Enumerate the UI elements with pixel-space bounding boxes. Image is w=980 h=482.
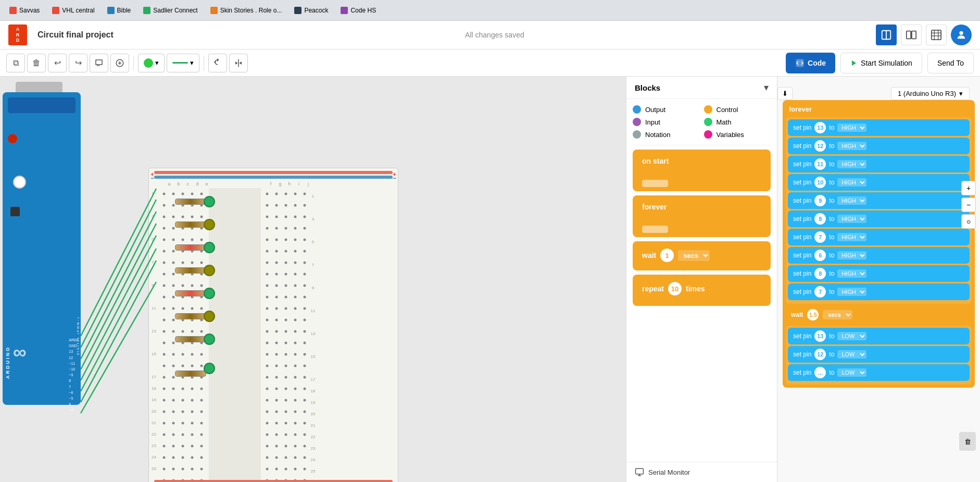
tab-codehs[interactable]: Code HS [335,5,381,16]
circuit-canvas[interactable]: ∞ ARDUINO AREFGND1312~11~10~987~6~54~3 D… [0,77,626,482]
pin-to-9: to [829,288,834,295]
delete-btn[interactable]: 🗑 [27,54,46,72]
pin-set-label-9: set pin [793,288,811,295]
pin-state-select-2[interactable]: HIGHLOW [837,160,866,168]
pin-state-select-7[interactable]: HIGHLOW [837,251,866,259]
pin-row-7-high: set pin 7 to HIGHLOW [788,229,970,245]
tab-vhl[interactable]: VHL central [47,5,99,16]
pin-state-select-5[interactable]: HIGHLOW [837,215,866,223]
category-input[interactable]: Input [633,118,700,126]
svg-marker-16 [235,61,238,65]
category-math[interactable]: Math [704,118,771,126]
tab-skin-stories[interactable]: Skin Stories . Role o... [205,5,287,16]
tab-peacock[interactable]: Peacock [289,5,333,16]
category-notation[interactable]: Notation [633,130,700,139]
svg-text:21: 21 [311,423,316,428]
undo-btn[interactable]: ↩ [48,54,67,72]
code-btn[interactable]: Code [786,53,835,73]
device-select-btn[interactable]: 1 (Arduino Uno R3) ▾ [891,87,970,100]
category-math-label: Math [717,118,732,126]
input-dot [633,118,641,126]
category-variables[interactable]: Variables [704,130,771,139]
header-right [876,24,972,45]
svg-text:1: 1 [312,194,315,199]
line-style-btn[interactable]: ▾ [167,54,199,72]
view-circuit-btn[interactable] [876,24,897,45]
color-preview [144,58,153,68]
view-table-btn[interactable] [926,24,947,45]
device-label: 1 (Arduino Uno R3) [898,90,956,97]
blocks-dropdown-btn[interactable]: ▾ [764,82,769,93]
zoom-in-btn[interactable]: + [961,181,976,195]
led-3 [204,242,215,253]
pin-state-select-1[interactable]: HIGHLOW [837,142,866,150]
send-to-btn[interactable]: Send To [927,53,974,73]
tab-sadlier[interactable]: Sadlier Connect [138,5,203,16]
block-forever[interactable]: forever [633,195,771,237]
zoom-out-btn[interactable]: − [961,197,976,212]
download-btn[interactable]: ⬇ [777,87,793,100]
pin-state-select-8[interactable]: HIGHLOW [837,269,866,278]
block-on-start[interactable]: on start [633,150,771,191]
svg-text:19: 19 [311,400,316,405]
redo-btn[interactable]: ↪ [69,54,87,72]
pin-state-low-1[interactable]: LOWHIGH [837,350,866,359]
comment-btn[interactable] [90,54,108,72]
category-output[interactable]: Output [633,105,700,114]
arduino-led [8,134,17,143]
led-6 [204,311,215,322]
svg-line-45 [81,236,156,380]
category-control[interactable]: Control [704,105,771,114]
pin-state-select-0[interactable]: HIGHLOW [837,123,866,132]
blocks-header: Blocks ▾ [626,77,777,99]
breadboard-dots-svg: 1 3 5 7 9 11 13 15 17 18 19 20 21 22 23 … [159,188,388,480]
svg-text:7: 7 [312,263,315,267]
pin-state-low-0[interactable]: LOWHIGH [837,332,866,340]
pin-to-7: to [829,252,834,259]
svg-text:22: 22 [311,435,316,439]
user-avatar[interactable] [951,24,972,45]
resistor-3 [175,244,206,251]
block-wait[interactable]: wait 1 secs ms [633,241,771,270]
svg-line-48 [81,282,156,413]
breadboard-col-headers-left: a b c d e [165,181,211,187]
pin-set-label-4: set pin [793,197,811,204]
control-dot [704,105,712,114]
breadboard: a b c d e f g h i j + − + − [148,168,398,482]
svg-text:9: 9 [312,286,315,290]
mirror-btn[interactable] [229,54,248,72]
view-split-btn[interactable] [901,24,922,45]
svg-text:18: 18 [311,389,316,393]
rotate-btn[interactable] [208,54,227,72]
arduino-logo-symbol: ∞ [13,341,27,363]
note-btn[interactable] [110,54,129,72]
svg-line-46 [81,249,156,391]
tab-savvas[interactable]: Savvas [4,5,45,16]
category-variables-label: Variables [717,131,744,139]
tab-bible[interactable]: Bible [102,5,136,16]
breadboard-dot-area: 1 3 5 7 9 11 13 15 17 [149,188,398,480]
pin-num-low-2: ... [814,367,826,378]
code-wait-block: wait 1.5 secs ms [786,306,972,324]
pin-state-select-6[interactable]: HIGHLOW [837,233,866,241]
color-picker-btn[interactable]: ▾ [138,54,165,72]
code-wait-unit[interactable]: secs ms [823,310,852,319]
pin-state-select-9[interactable]: HIGHLOW [837,288,866,296]
copy-btn[interactable]: ⧉ [6,54,25,72]
pin-state-select-4[interactable]: HIGHLOW [837,196,866,205]
block-repeat[interactable]: repeat 10 times [633,275,771,306]
serial-monitor-bar[interactable]: Serial Monitor [626,462,777,482]
start-simulation-btn[interactable]: Start Simulation [840,53,922,73]
pin-state-select-3[interactable]: HIGHLOW [837,178,866,187]
forever-header: forever [786,103,972,115]
block-wait-label: wait [642,251,656,259]
pin-num-low-0: 13 [814,330,826,342]
blocks-title: Blocks [635,83,660,92]
block-repeat-inner: repeat 10 times [642,282,761,295]
zoom-fit-btn[interactable]: ⊙ [961,214,976,229]
pin-state-low-2[interactable]: LOWHIGH [837,368,866,377]
code-wait-label: wait [791,311,803,318]
block-wait-unit-select[interactable]: secs ms [678,250,710,261]
resistor-7 [175,336,206,342]
svg-text:20: 20 [311,412,316,416]
